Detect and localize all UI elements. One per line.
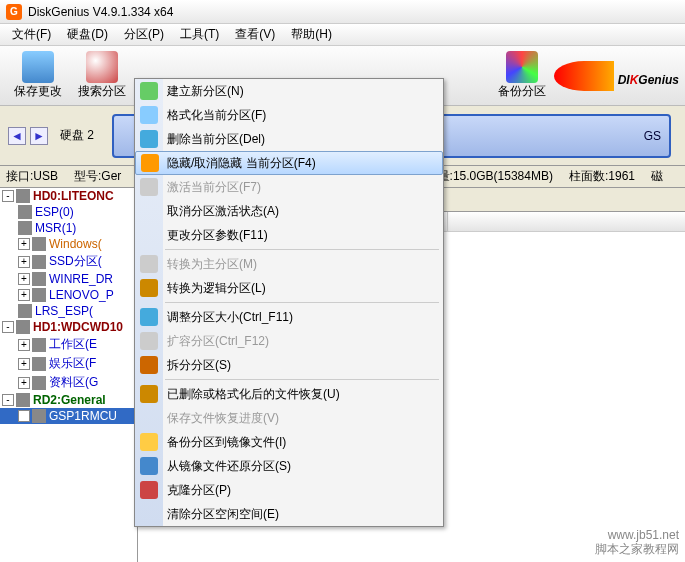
menu-split[interactable]: 拆分分区(S)	[135, 353, 443, 377]
save-icon	[22, 51, 54, 83]
window-title: DiskGenius V4.9.1.334 x64	[28, 5, 173, 19]
partition-icon	[32, 338, 46, 352]
disk-label: 硬盘 2	[60, 127, 94, 144]
delete-icon	[140, 130, 158, 148]
tree-lrs[interactable]: LRS_ESP(	[0, 303, 137, 319]
expand-icon[interactable]: +	[18, 273, 30, 285]
recover-icon	[140, 385, 158, 403]
separator	[165, 249, 439, 250]
tree-gsp[interactable]: +GSP1RMCU	[0, 408, 137, 424]
expand-icon[interactable]: +	[18, 339, 30, 351]
save-button[interactable]: 保存更改	[6, 49, 70, 102]
info-model: 型号:Ger	[74, 168, 121, 185]
info-interface: 接口:USB	[6, 168, 58, 185]
menu-restore-image[interactable]: 从镜像文件还原分区(S)	[135, 454, 443, 478]
menu-disk[interactable]: 硬盘(D)	[59, 26, 116, 43]
expand-icon[interactable]: +	[18, 256, 30, 268]
tree-ssd[interactable]: +SSD分区(	[0, 252, 137, 271]
new-icon	[140, 82, 158, 100]
tree-hd1[interactable]: -HD1:WDCWD10	[0, 319, 137, 335]
context-menu[interactable]: 建立新分区(N) 格式化当前分区(F) 删除当前分区(Del) 隐藏/取消隐藏 …	[134, 78, 444, 527]
tree-data[interactable]: +资料区(G	[0, 373, 137, 392]
menu-extend: 扩容分区(Ctrl_F12)	[135, 329, 443, 353]
backup-icon	[506, 51, 538, 83]
split-icon	[140, 356, 158, 374]
disk-tree[interactable]: -HD0:LITEONC ESP(0) MSR(1) +Windows( +SS…	[0, 188, 138, 562]
tree-esp[interactable]: ESP(0)	[0, 204, 137, 220]
menu-params[interactable]: 更改分区参数(F11)	[135, 223, 443, 247]
title-bar: G DiskGenius V4.9.1.334 x64	[0, 0, 685, 24]
partition-icon	[18, 221, 32, 235]
expand-icon[interactable]: +	[18, 410, 30, 422]
tree-hd0[interactable]: -HD0:LITEONC	[0, 188, 137, 204]
menu-hide[interactable]: 隐藏/取消隐藏 当前分区(F4)	[135, 151, 443, 175]
menu-file[interactable]: 文件(F)	[4, 26, 59, 43]
menu-to-logical[interactable]: 转换为逻辑分区(L)	[135, 276, 443, 300]
menu-to-primary: 转换为主分区(M)	[135, 252, 443, 276]
menu-clone[interactable]: 克隆分区(P)	[135, 478, 443, 502]
partition-icon	[32, 255, 46, 269]
tree-rd2[interactable]: -RD2:General	[0, 392, 137, 408]
watermark: www.jb51.net 脚本之家教程网	[595, 528, 679, 556]
collapse-icon[interactable]: -	[2, 190, 14, 202]
separator	[165, 302, 439, 303]
disk-icon	[16, 393, 30, 407]
menu-delete[interactable]: 删除当前分区(Del)	[135, 127, 443, 151]
info-capacity: 量:15.0GB(15384MB)	[438, 168, 553, 185]
menu-bar: 文件(F) 硬盘(D) 分区(P) 工具(T) 查看(V) 帮助(H)	[0, 24, 685, 46]
next-button[interactable]: ►	[30, 127, 48, 145]
tree-lenovo[interactable]: +LENOVO_P	[0, 287, 137, 303]
menu-backup-image[interactable]: 备份分区到镜像文件(I)	[135, 430, 443, 454]
search-icon	[86, 51, 118, 83]
clone-icon	[140, 481, 158, 499]
menu-recover[interactable]: 已删除或格式化后的文件恢复(U)	[135, 382, 443, 406]
tree-work[interactable]: +工作区(E	[0, 335, 137, 354]
prev-button[interactable]: ◄	[8, 127, 26, 145]
info-tracks: 磁	[651, 168, 663, 185]
app-icon: G	[6, 4, 22, 20]
activate-icon	[140, 178, 158, 196]
format-icon	[140, 106, 158, 124]
menu-resize[interactable]: 调整分区大小(Ctrl_F11)	[135, 305, 443, 329]
expand-icon[interactable]: +	[18, 238, 30, 250]
expand-icon[interactable]: +	[18, 377, 30, 389]
logo-text: DIKGenius	[618, 62, 679, 90]
menu-activate: 激活当前分区(F7)	[135, 175, 443, 199]
disk-icon	[16, 189, 30, 203]
restore-icon	[140, 457, 158, 475]
partition-icon	[32, 288, 46, 302]
logical-icon	[140, 279, 158, 297]
menu-partition[interactable]: 分区(P)	[116, 26, 172, 43]
menu-deactivate[interactable]: 取消分区激活状态(A)	[135, 199, 443, 223]
backup-button[interactable]: 备份分区	[490, 49, 554, 102]
tree-winre[interactable]: +WINRE_DR	[0, 271, 137, 287]
menu-save-progress: 保存文件恢复进度(V)	[135, 406, 443, 430]
search-button[interactable]: 搜索分区	[70, 49, 134, 102]
menu-help[interactable]: 帮助(H)	[283, 26, 340, 43]
menu-format[interactable]: 格式化当前分区(F)	[135, 103, 443, 127]
partition-icon	[32, 357, 46, 371]
extend-icon	[140, 332, 158, 350]
disk-icon	[16, 320, 30, 334]
partition-icon	[32, 237, 46, 251]
partition-icon	[32, 272, 46, 286]
info-cylinders: 柱面数:1961	[569, 168, 635, 185]
partition-icon	[32, 409, 46, 423]
hide-icon	[141, 154, 159, 172]
logo-swoosh	[554, 61, 614, 91]
partition-icon	[32, 376, 46, 390]
tree-msr[interactable]: MSR(1)	[0, 220, 137, 236]
menu-tool[interactable]: 工具(T)	[172, 26, 227, 43]
collapse-icon[interactable]: -	[2, 321, 14, 333]
partition-icon	[18, 304, 32, 318]
primary-icon	[140, 255, 158, 273]
expand-icon[interactable]: +	[18, 289, 30, 301]
menu-new-partition[interactable]: 建立新分区(N)	[135, 79, 443, 103]
menu-clear-free[interactable]: 清除分区空闲空间(E)	[135, 502, 443, 526]
backup-icon	[140, 433, 158, 451]
collapse-icon[interactable]: -	[2, 394, 14, 406]
menu-view[interactable]: 查看(V)	[227, 26, 283, 43]
tree-windows[interactable]: +Windows(	[0, 236, 137, 252]
expand-icon[interactable]: +	[18, 358, 30, 370]
tree-ent[interactable]: +娱乐区(F	[0, 354, 137, 373]
